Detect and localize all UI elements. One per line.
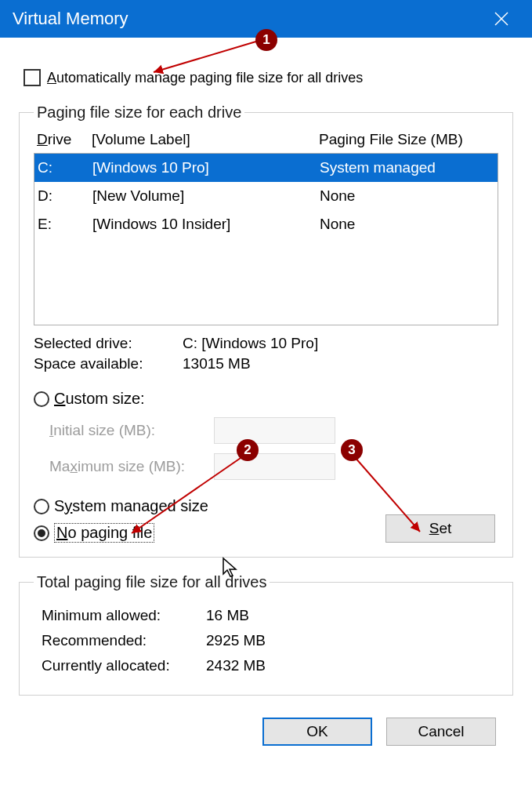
minimum-allowed-row: Minimum allowed: 16 MB	[42, 607, 498, 624]
drive-volume-label: [Windows 10 Pro]	[92, 155, 312, 180]
col-pfs-header: Paging File Size (MB)	[311, 131, 498, 148]
cancel-button[interactable]: Cancel	[386, 718, 496, 746]
radio-system-label: System managed size	[54, 497, 208, 515]
radio-circle-icon	[34, 525, 49, 541]
space-available-row: Space available: 13015 MB	[34, 355, 498, 372]
radio-custom-label: Custom size:	[54, 390, 145, 408]
ok-button[interactable]: OK	[262, 718, 372, 746]
space-available-value: 13015 MB	[183, 355, 251, 372]
initial-size-label: Initial size (MB):	[49, 422, 214, 439]
radio-circle-icon	[34, 391, 49, 407]
minimum-allowed-label: Minimum allowed:	[42, 607, 206, 624]
drive-paging-size: None	[312, 212, 498, 237]
maximum-size-label: Maximum size (MB):	[49, 458, 214, 475]
space-available-label: Space available:	[34, 355, 183, 372]
checkbox-box-icon	[24, 69, 41, 86]
group1-legend: Paging file size for each drive	[34, 104, 244, 122]
annotation-marker-2: 2	[237, 439, 259, 461]
initial-size-input	[214, 417, 335, 444]
close-icon	[494, 12, 508, 26]
radio-custom-size[interactable]: Custom size:	[34, 390, 498, 408]
radio-none-label: No paging file	[54, 523, 154, 543]
radio-system-managed[interactable]: System managed size	[34, 497, 498, 515]
dialog-content: Automatically manage paging file size fo…	[0, 38, 532, 760]
auto-manage-label: Automatically manage paging file size fo…	[47, 70, 363, 86]
drive-paging-size: System managed	[312, 155, 498, 180]
drive-paging-size: None	[312, 183, 498, 209]
cursor-icon	[222, 557, 239, 579]
radio-circle-icon	[34, 499, 49, 514]
currently-allocated-label: Currently allocated:	[42, 657, 206, 674]
recommended-label: Recommended:	[42, 632, 206, 649]
selected-drive-row: Selected drive: C: [Windows 10 Pro]	[34, 335, 498, 352]
annotation-marker-3: 3	[341, 439, 363, 461]
minimum-allowed-value: 16 MB	[206, 607, 249, 624]
paging-size-group: Paging file size for each drive Drive [V…	[19, 104, 513, 558]
recommended-row: Recommended: 2925 MB	[42, 632, 498, 649]
list-header: Drive [Volume Label] Paging File Size (M…	[34, 129, 498, 150]
drive-letter: C:	[38, 155, 92, 180]
close-button[interactable]	[483, 1, 519, 37]
total-paging-group: Total paging file size for all drives Mi…	[19, 573, 513, 696]
col-drive-header: Drive	[37, 131, 92, 148]
maximum-size-row: Maximum size (MB):	[49, 453, 498, 480]
selected-drive-label: Selected drive:	[34, 335, 183, 352]
col-volume-header: [Volume Label]	[92, 131, 311, 148]
dialog-footer: OK Cancel	[19, 707, 513, 746]
annotation-marker-1: 1	[255, 29, 277, 51]
selected-drive-value: C: [Windows 10 Pro]	[183, 335, 318, 352]
initial-size-row: Initial size (MB):	[49, 417, 498, 444]
auto-manage-checkbox[interactable]: Automatically manage paging file size fo…	[24, 69, 513, 86]
currently-allocated-value: 2432 MB	[206, 657, 266, 674]
drive-volume-label: [Windows 10 Insider]	[92, 212, 312, 237]
drive-list-row[interactable]: C:[Windows 10 Pro]System managed	[34, 154, 498, 182]
drive-list[interactable]: C:[Windows 10 Pro]System managedD:[New V…	[34, 153, 498, 325]
currently-allocated-row: Currently allocated: 2432 MB	[42, 657, 498, 674]
drive-volume-label: [New Volume]	[92, 183, 312, 209]
window-title: Virtual Memory	[13, 9, 128, 29]
maximum-size-input	[214, 453, 335, 480]
drive-letter: D:	[38, 183, 92, 209]
drive-list-row[interactable]: E:[Windows 10 Insider]None	[34, 210, 498, 238]
recommended-value: 2925 MB	[206, 632, 266, 649]
drive-letter: E:	[38, 212, 92, 237]
set-button[interactable]: Set	[385, 514, 495, 543]
drive-list-row[interactable]: D:[New Volume]None	[34, 182, 498, 210]
